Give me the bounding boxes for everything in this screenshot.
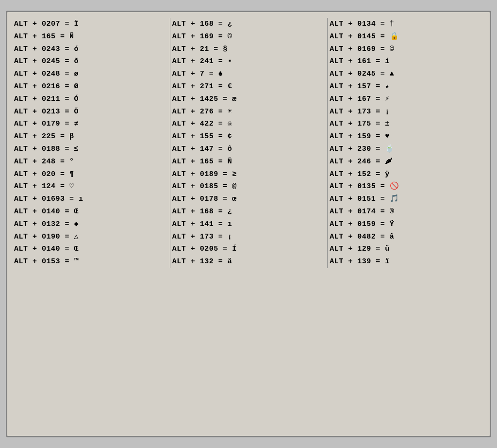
alt-code-entry: ALT + 0132 = ◆ xyxy=(14,218,168,231)
alt-code-entry: ALT + 165 = Ñ xyxy=(14,31,168,43)
alt-code-entry: ALT + 0140 = Œ xyxy=(14,206,168,218)
alt-code-entry: ALT + 139 = ï xyxy=(330,256,483,268)
alt-code-entry: ALT + 173 = ¡ xyxy=(330,106,483,118)
main-container: ALT + 0207 = ÏALT + 165 = ÑALT + 0243 = … xyxy=(6,11,491,437)
column-3: ALT + 0134 = †ALT + 0145 = 🔒ALT + 0169 =… xyxy=(327,18,485,268)
alt-code-entry: ALT + 141 = ı xyxy=(172,218,326,231)
alt-code-entry: ALT + 152 = ÿ xyxy=(330,168,483,181)
alt-code-entry: ALT + 01693 = ı xyxy=(14,193,168,206)
alt-code-entry: ALT + 0151 = 🎵 xyxy=(330,193,483,206)
alt-code-entry: ALT + 157 = ★ xyxy=(330,80,483,93)
alt-code-entry: ALT + 020 = ¶ xyxy=(14,168,168,181)
column-2: ALT + 168 = ¿ALT + 169 = ©ALT + 21 = §AL… xyxy=(170,18,328,268)
alt-code-entry: ALT + 1425 = æ xyxy=(172,93,326,106)
alt-code-entry: ALT + 0211 = Ó xyxy=(14,93,168,106)
alt-code-entry: ALT + 147 = ô xyxy=(172,143,326,156)
alt-code-entry: ALT + 169 = © xyxy=(172,31,326,43)
alt-code-entry: ALT + 0174 = ® xyxy=(330,206,483,218)
alt-code-entry: ALT + 0134 = † xyxy=(330,18,483,31)
alt-code-entry: ALT + 248 = ° xyxy=(14,156,168,168)
alt-code-entry: ALT + 230 = 🍵 xyxy=(330,143,483,156)
alt-code-entry: ALT + 0189 = ≥ xyxy=(172,168,326,181)
alt-code-entry: ALT + 175 = ± xyxy=(330,118,483,130)
alt-code-entry: ALT + 0188 = ≤ xyxy=(14,143,168,156)
alt-code-entry: ALT + 0159 = Ÿ xyxy=(330,218,483,231)
alt-code-entry: ALT + 0207 = Ï xyxy=(14,18,168,31)
alt-code-entry: ALT + 165 = Ñ xyxy=(172,156,326,168)
alt-code-entry: ALT + 124 = ♡ xyxy=(14,180,168,193)
alt-code-entry: ALT + 225 = β xyxy=(14,130,168,143)
alt-code-entry: ALT + 0190 = △ xyxy=(14,231,168,243)
alt-code-entry: ALT + 168 = ¿ xyxy=(172,18,326,31)
alt-code-entry: ALT + 0243 = ó xyxy=(14,43,168,56)
alt-code-entry: ALT + 0179 = ≠ xyxy=(14,118,168,130)
alt-code-entry: ALT + 0178 = œ xyxy=(172,193,326,206)
alt-code-entry: ALT + 246 = 🌶 xyxy=(330,156,483,168)
alt-code-entry: ALT + 159 = ♥ xyxy=(330,130,483,143)
alt-code-entry: ALT + 0482 = â xyxy=(330,231,483,243)
alt-code-entry: ALT + 422 = ☠ xyxy=(172,118,326,130)
alt-code-entry: ALT + 0245 = ▲ xyxy=(330,68,483,80)
column-1: ALT + 0207 = ÏALT + 165 = ÑALT + 0243 = … xyxy=(12,18,170,268)
alt-code-entry: ALT + 0248 = ø xyxy=(14,68,168,80)
alt-code-entry: ALT + 0205 = Í xyxy=(172,243,326,256)
alt-code-entry: ALT + 168 = ¿ xyxy=(172,206,326,218)
alt-code-entry: ALT + 276 = ☀ xyxy=(172,106,326,118)
alt-code-entry: ALT + 0245 = õ xyxy=(14,55,168,68)
alt-code-entry: ALT + 132 = ä xyxy=(172,256,326,268)
alt-code-entry: ALT + 0135 = 🚫 xyxy=(330,180,483,193)
alt-code-entry: ALT + 167 = ⚡ xyxy=(330,93,483,106)
alt-code-entry: ALT + 155 = ¢ xyxy=(172,130,326,143)
alt-code-entry: ALT + 161 = í xyxy=(330,55,483,68)
alt-code-entry: ALT + 0145 = 🔒 xyxy=(330,31,483,43)
alt-code-entry: ALT + 21 = § xyxy=(172,43,326,56)
alt-code-entry: ALT + 173 = ¡ xyxy=(172,231,326,243)
alt-code-entry: ALT + 0169 = © xyxy=(330,43,483,56)
alt-code-entry: ALT + 0213 = Õ xyxy=(14,106,168,118)
alt-code-entry: ALT + 241 = ▪ xyxy=(172,55,326,68)
alt-code-entry: ALT + 129 = ü xyxy=(330,243,483,256)
alt-code-entry: ALT + 0140 = Œ xyxy=(14,243,168,256)
alt-code-entry: ALT + 0185 = @ xyxy=(172,180,326,193)
alt-code-entry: ALT + 0153 = ™ xyxy=(14,256,168,268)
alt-code-entry: ALT + 7 = ♣ xyxy=(172,68,326,80)
alt-codes-grid: ALT + 0207 = ÏALT + 165 = ÑALT + 0243 = … xyxy=(12,18,485,268)
alt-code-entry: ALT + 0216 = Ø xyxy=(14,80,168,93)
alt-code-entry: ALT + 271 = € xyxy=(172,80,326,93)
